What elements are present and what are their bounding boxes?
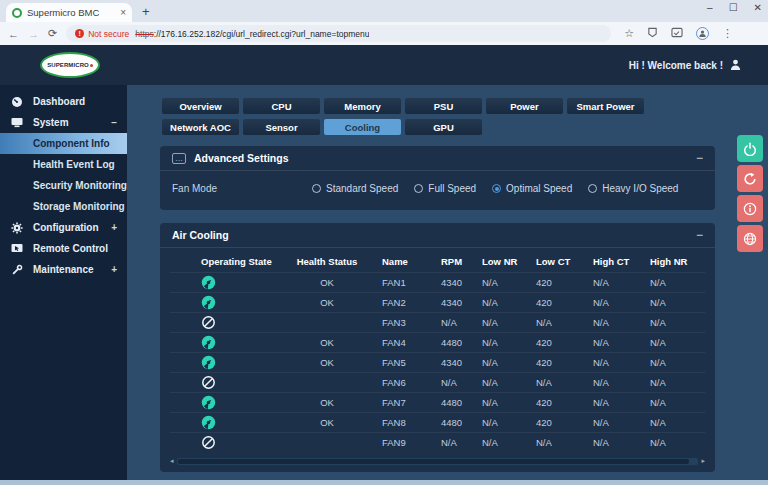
power-control-button[interactable] (737, 135, 763, 162)
sidebar-item-maintenance[interactable]: Maintenance + (0, 259, 127, 280)
collapse-panel-button[interactable]: − (696, 228, 703, 242)
rpm-cell: N/A (434, 377, 482, 388)
language-globe-button[interactable] (737, 225, 763, 252)
table-row: OK FAN8 4480 N/A 420 N/A N/A (170, 412, 705, 432)
high-ct-cell: N/A (593, 277, 650, 288)
welcome-message: Hi ! Welcome back ! (629, 58, 742, 73)
profile-avatar[interactable] (696, 27, 709, 40)
sidebar-item-health-event-log[interactable]: Health Event Log (0, 154, 127, 175)
component-tab[interactable]: PSU (405, 98, 482, 114)
rpm-cell: 4480 (434, 337, 482, 348)
high-nr-cell: N/A (650, 417, 705, 428)
sidebar-item-dashboard[interactable]: Dashboard (0, 91, 127, 112)
radio-button[interactable] (414, 184, 423, 193)
fan-state-icon (201, 335, 216, 350)
bmc-header: SUPERMICRO Hi ! Welcome back ! (0, 45, 768, 85)
component-tab[interactable]: Smart Power (567, 98, 644, 114)
expand-indicator[interactable]: + (111, 264, 117, 275)
info-button[interactable] (737, 195, 763, 222)
collapse-panel-button[interactable]: − (696, 151, 703, 165)
table-row: FAN6 N/A N/A N/A N/A N/A (170, 372, 705, 392)
security-warning-icon: ! (75, 29, 84, 38)
fan-state-icon (201, 295, 216, 310)
sidebar-item-component-info[interactable]: Component Info (0, 133, 127, 154)
forward-icon[interactable]: → (28, 28, 39, 40)
component-tab[interactable]: Cooling (324, 119, 401, 135)
address-bar[interactable]: ! Not secure https://176.16.252.182/cgi/… (66, 25, 611, 42)
scrollbar-thumb[interactable] (178, 459, 690, 464)
low-ct-cell: 420 (536, 357, 593, 368)
not-secure-badge[interactable]: ! Not secure (75, 29, 129, 39)
low-nr-cell: N/A (482, 317, 536, 328)
sidebar-item-security-monitoring[interactable]: Security Monitoring (0, 175, 127, 196)
reload-icon[interactable]: ⟳ (48, 27, 57, 40)
low-nr-cell: N/A (482, 277, 536, 288)
column-header: High CT (593, 256, 650, 267)
low-nr-cell: N/A (482, 417, 536, 428)
tab-close-icon[interactable]: × (120, 7, 126, 18)
fan-mode-option[interactable]: Optimal Speed (492, 183, 572, 194)
main-content: Overview CPU Memory PSU Power Smart Powe… (127, 85, 768, 480)
fan-table-header: Operating State Health Status Name RPM L… (170, 250, 705, 272)
component-tab[interactable]: Network AOC (162, 119, 239, 135)
low-nr-cell: N/A (482, 357, 536, 368)
fan-mode-label: Fan Mode (172, 183, 312, 194)
expand-indicator[interactable]: + (111, 222, 117, 233)
scroll-left-arrow[interactable]: ◂ (170, 457, 174, 465)
high-nr-cell: N/A (650, 337, 705, 348)
window-maximize-button[interactable]: ☐ (729, 2, 738, 13)
component-tabs-row2: Network AOC Sensor Cooling GPU (162, 119, 768, 135)
component-tab[interactable]: Power (486, 98, 563, 114)
fan-mode-option[interactable]: Heavy I/O Speed (588, 183, 678, 194)
window-minimize-button[interactable]: – (707, 2, 713, 13)
bookmark-star-icon[interactable]: ☆ (624, 27, 634, 40)
fan-mode-radio-group: Standard Speed Full Speed Optimal Speed (312, 183, 678, 194)
sidebar-item-system[interactable]: System − (0, 112, 127, 133)
high-ct-cell: N/A (593, 337, 650, 348)
panel-title: Air Cooling (172, 229, 229, 241)
low-ct-cell: N/A (536, 377, 593, 388)
scroll-right-arrow[interactable]: ▸ (701, 457, 705, 465)
component-tab[interactable]: GPU (405, 119, 482, 135)
rpm-cell: 4340 (434, 357, 482, 368)
horizontal-scrollbar[interactable]: ◂ ▸ (170, 457, 705, 465)
refresh-button[interactable] (737, 165, 763, 192)
fan-mode-option[interactable]: Standard Speed (312, 183, 398, 194)
high-nr-cell: N/A (650, 277, 705, 288)
rpm-cell: 4340 (434, 277, 482, 288)
browser-menu-icon[interactable]: ⋮ (722, 27, 733, 40)
component-tab[interactable]: Memory (324, 98, 401, 114)
window-close-button[interactable]: ✕ (754, 2, 762, 13)
health-status-cell: OK (282, 297, 372, 308)
side-panel-icon[interactable] (671, 27, 683, 40)
low-nr-cell: N/A (482, 337, 536, 348)
component-tab[interactable]: Sensor (243, 119, 320, 135)
new-tab-button[interactable]: + (142, 4, 150, 19)
collapse-indicator[interactable]: − (111, 117, 117, 128)
component-tab[interactable]: CPU (243, 98, 320, 114)
sidebar-item-configuration[interactable]: Configuration + (0, 217, 127, 238)
radio-button[interactable] (588, 184, 597, 193)
fan-name-cell: FAN6 (372, 377, 434, 388)
table-row: OK FAN7 4480 N/A 420 N/A N/A (170, 392, 705, 412)
browser-tab-title: Supermicro BMC (27, 7, 115, 18)
low-nr-cell: N/A (482, 377, 536, 388)
health-status-cell: OK (282, 337, 372, 348)
sidebar-item-storage-monitoring[interactable]: Storage Monitoring (0, 196, 127, 217)
back-icon[interactable]: ← (8, 28, 19, 40)
radio-button[interactable] (492, 184, 501, 193)
wrench-icon (10, 264, 23, 276)
extensions-icon[interactable] (647, 27, 658, 40)
fan-name-cell: FAN9 (372, 437, 434, 448)
radio-button[interactable] (312, 184, 321, 193)
browser-tab[interactable]: Supermicro BMC × (6, 3, 132, 22)
fan-state-icon (201, 315, 216, 330)
component-tab[interactable]: Overview (162, 98, 239, 114)
sidebar: Dashboard System − Component Info Health… (0, 85, 127, 480)
sidebar-item-remote-control[interactable]: Remote Control (0, 238, 127, 259)
fan-mode-option[interactable]: Full Speed (414, 183, 476, 194)
fan-state-icon (201, 355, 216, 370)
user-icon[interactable] (729, 58, 742, 73)
high-nr-cell: N/A (650, 357, 705, 368)
high-nr-cell: N/A (650, 437, 705, 448)
